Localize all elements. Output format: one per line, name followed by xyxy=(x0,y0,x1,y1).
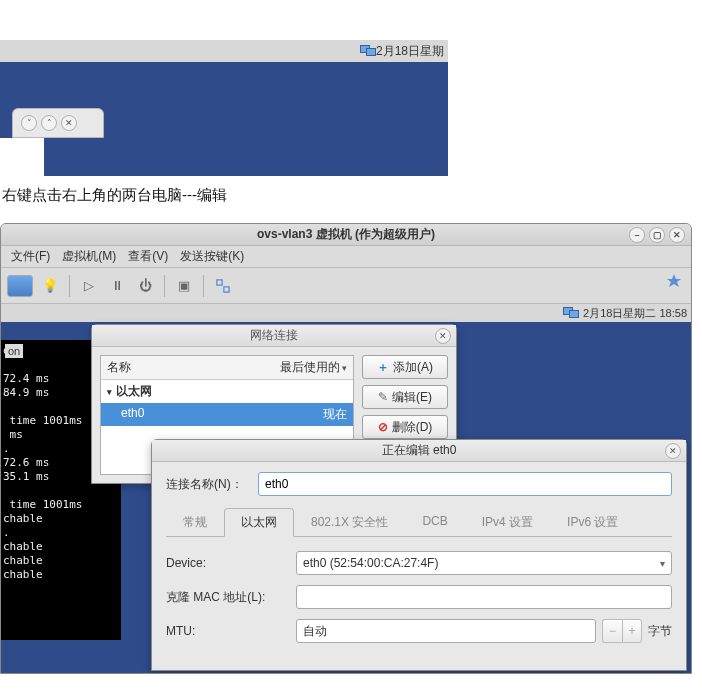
separator xyxy=(164,275,165,297)
clone-mac-input[interactable] xyxy=(296,585,672,609)
mtu-label: MTU: xyxy=(166,624,286,638)
top-screenshot-fragment: 2月18日星期 ˅ ˄ ✕ xyxy=(0,0,448,176)
menu-vm[interactable]: 虚拟机(M) xyxy=(58,248,120,265)
item-name: eth0 xyxy=(121,406,257,423)
svg-rect-1 xyxy=(224,286,229,291)
caption-text: 右键点击右上角的两台电脑---编辑 xyxy=(2,186,702,205)
play-icon[interactable]: ▷ xyxy=(78,275,100,297)
vm-host-titlebar: ovs-vlan3 虚拟机 (作为超级用户) – ▢ ✕ xyxy=(1,224,691,246)
fullscreen-icon[interactable] xyxy=(212,275,234,297)
vm-host-window: ovs-vlan3 虚拟机 (作为超级用户) – ▢ ✕ 文件(F) 虚拟机(M… xyxy=(0,223,692,674)
separator xyxy=(69,275,70,297)
tab-bar: 常规 以太网 802.1X 安全性 DCB IPv4 设置 IPv6 设置 xyxy=(166,508,672,537)
plus-icon: ＋ xyxy=(377,359,389,376)
edit-title: 正在编辑 eth0 xyxy=(382,442,457,459)
network-computers-icon xyxy=(360,45,376,57)
minimize-icon[interactable]: ˄ xyxy=(41,115,57,131)
vm-host-toolbar: 💡 ▷ ⏸ ⏻ ▣ xyxy=(1,268,691,304)
tab-8021x[interactable]: 802.1X 安全性 xyxy=(294,508,405,536)
connection-name-input[interactable] xyxy=(258,472,672,496)
edit-connection-dialog: 正在编辑 eth0 ✕ 连接名称(N)： 常规 以太网 802.1X 安全性 D… xyxy=(151,439,687,671)
mtu-minus-button[interactable]: − xyxy=(602,619,622,643)
close-icon[interactable]: ✕ xyxy=(435,328,451,344)
item-last: 现在 xyxy=(257,406,347,423)
menu-sendkey[interactable]: 发送按键(K) xyxy=(176,248,248,265)
close-icon[interactable]: ✕ xyxy=(665,443,681,459)
vm-host-title: ovs-vlan3 虚拟机 (作为超级用户) xyxy=(257,226,435,243)
device-label: Device: xyxy=(166,556,286,570)
white-strip xyxy=(0,138,44,176)
pause-icon[interactable]: ⏸ xyxy=(106,275,128,297)
delete-button[interactable]: ⊘删除(D) xyxy=(362,415,448,439)
vm-host-menubar: 文件(F) 虚拟机(M) 查看(V) 发送按键(K) xyxy=(1,246,691,268)
window-controls-fragment: ˅ ˄ ✕ xyxy=(12,108,104,138)
menu-view[interactable]: 查看(V) xyxy=(124,248,172,265)
network-connections-titlebar: 网络连接 ✕ xyxy=(92,325,456,347)
top-status-bar: 2月18日星期 xyxy=(0,40,448,62)
vm-inner-date: 2月18日星期二 18:58 xyxy=(583,306,687,321)
clone-mac-label: 克隆 MAC 地址(L): xyxy=(166,589,286,606)
tab-ethernet[interactable]: 以太网 xyxy=(224,508,294,537)
delete-icon: ⊘ xyxy=(378,420,388,434)
power-icon[interactable]: ⏻ xyxy=(134,275,156,297)
tab-ipv4[interactable]: IPv4 设置 xyxy=(465,508,550,536)
mtu-unit: 字节 xyxy=(648,623,672,640)
shade-icon[interactable]: ˅ xyxy=(21,115,37,131)
list-item-eth0[interactable]: eth0 现在 xyxy=(101,403,353,426)
max-icon[interactable]: ▢ xyxy=(649,227,665,243)
group-ethernet[interactable]: 以太网 xyxy=(101,380,353,403)
min-icon[interactable]: – xyxy=(629,227,645,243)
tab-general[interactable]: 常规 xyxy=(166,508,224,536)
separator xyxy=(203,275,204,297)
close-icon[interactable]: ✕ xyxy=(61,115,77,131)
terminal-on-label: on xyxy=(5,344,23,358)
edit-titlebar: 正在编辑 eth0 ✕ xyxy=(152,440,686,462)
svg-marker-2 xyxy=(667,274,681,287)
tab-ipv6[interactable]: IPv6 设置 xyxy=(550,508,635,536)
mtu-plus-button[interactable]: + xyxy=(622,619,642,643)
device-combo[interactable]: eth0 (52:54:00:CA:27:4F) xyxy=(296,551,672,575)
mtu-stepper: − + xyxy=(602,619,642,643)
col-last-used[interactable]: 最后使用的 xyxy=(257,356,353,379)
console-button[interactable] xyxy=(7,275,33,297)
edit-button[interactable]: ✎编辑(E) xyxy=(362,385,448,409)
add-button[interactable]: ＋添加(A) xyxy=(362,355,448,379)
connection-name-label: 连接名称(N)： xyxy=(166,476,250,493)
resize-handle-icon[interactable] xyxy=(665,274,683,292)
network-connections-title: 网络连接 xyxy=(250,327,298,344)
pencil-icon: ✎ xyxy=(378,390,388,404)
mtu-input[interactable]: 自动 xyxy=(296,619,596,643)
network-computers-icon[interactable] xyxy=(563,307,579,319)
snapshot-icon[interactable]: ▣ xyxy=(173,275,195,297)
svg-rect-0 xyxy=(217,279,222,284)
tab-dcb[interactable]: DCB xyxy=(405,508,464,536)
col-name[interactable]: 名称 xyxy=(101,356,257,379)
vm-inner-statusbar: 2月18日星期二 18:58 xyxy=(1,304,691,322)
top-date: 2月18日星期 xyxy=(376,43,444,60)
menu-file[interactable]: 文件(F) xyxy=(7,248,54,265)
close-icon[interactable]: ✕ xyxy=(669,227,685,243)
list-header: 名称 最后使用的 xyxy=(101,356,353,380)
lightbulb-icon[interactable]: 💡 xyxy=(39,275,61,297)
